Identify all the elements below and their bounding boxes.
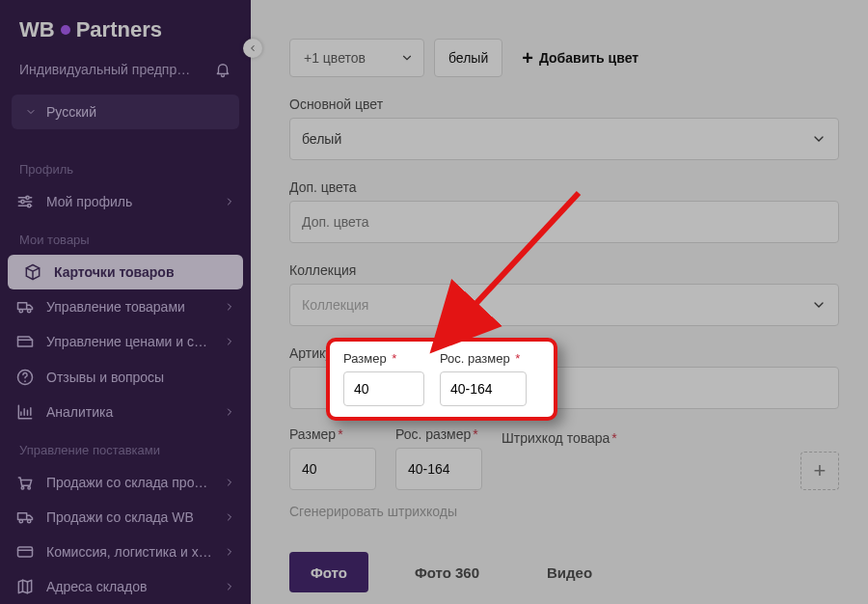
sliders-icon [15, 192, 35, 211]
ros-size-input[interactable] [395, 448, 482, 490]
tab-photo360[interactable]: Фото 360 [393, 552, 501, 592]
plus-icon: + [522, 47, 533, 69]
ros-size-field[interactable] [408, 449, 470, 489]
truck-icon [15, 297, 35, 316]
color-chip-label: белый [448, 50, 488, 66]
sidebar-collapse-button[interactable] [243, 39, 262, 58]
colors-dropdown[interactable]: +1 цветов [289, 39, 424, 77]
nav-commission[interactable]: Комиссия, логистика и хранение [0, 535, 251, 569]
svg-rect-11 [18, 547, 33, 557]
language-label: Русский [46, 104, 96, 120]
add-barcode-button[interactable]: + [800, 452, 839, 490]
logo-rest: Partners [76, 17, 162, 42]
extra-colors-field[interactable] [302, 202, 827, 242]
section-goods: Мои товары [0, 219, 251, 255]
nav-seller-wh[interactable]: Продажи со склада продавца [0, 465, 251, 500]
tab-video[interactable]: Видео [526, 552, 613, 592]
collection-label: Коллекция [289, 262, 839, 278]
nav-label: Адреса складов [46, 579, 212, 594]
color-chip[interactable]: белый [434, 39, 502, 77]
logo-wb: WB [19, 17, 55, 42]
hl-size-label: Размер * [343, 351, 424, 366]
nav-manage-goods[interactable]: Управление товарами [0, 289, 251, 324]
media-tabs: Фото Фото 360 Видео [289, 552, 839, 592]
section-profile: Профиль [0, 149, 251, 184]
svg-point-1 [21, 201, 24, 204]
logo-dot-icon [61, 25, 70, 35]
nav-addresses[interactable]: Адреса складов [0, 569, 251, 604]
section-supply: Управление поставками [0, 429, 251, 465]
ros-size-label: Рос. размер* [395, 426, 482, 442]
nav-my-profile[interactable]: Мой профиль [0, 184, 251, 219]
add-color-label: Добавить цвет [539, 50, 638, 66]
highlight-size-box: Размер * 40 Рос. размер * 40-164 [326, 338, 557, 421]
logo: WB Partners [0, 0, 251, 52]
nav-label: Управление товарами [46, 299, 212, 315]
extra-colors-input[interactable] [289, 201, 839, 243]
nav-analytics[interactable]: Аналитика [0, 395, 251, 429]
chevron-right-icon [224, 511, 235, 523]
hl-ros-size-value[interactable]: 40-164 [440, 371, 527, 406]
price-tag-icon [15, 332, 35, 351]
org-name: Индивидуальный предпр… [19, 62, 190, 77]
chevron-right-icon [224, 581, 235, 592]
barcode-label: Штрихкод товара* [502, 430, 839, 446]
chevron-right-icon [224, 546, 235, 558]
svg-point-4 [28, 310, 31, 313]
size-row: Размер* Рос. размер* Штрихкод товара* + [289, 426, 839, 490]
nav-prices[interactable]: Управление ценами и скидками [0, 324, 251, 359]
hl-ros-size-label: Рос. размер * [440, 351, 527, 366]
svg-point-8 [28, 486, 31, 489]
size-input[interactable] [289, 448, 376, 490]
size-label: Размер* [289, 426, 376, 442]
nav-label: Карточки товаров [54, 264, 228, 280]
main-color-label: Основной цвет [289, 96, 839, 112]
nav-label: Продажи со склада продавца [46, 475, 212, 490]
svg-point-6 [24, 380, 26, 382]
cart-icon [15, 473, 35, 492]
chevron-down-icon [25, 106, 37, 118]
delivery-icon [15, 508, 35, 527]
nav-label: Мой профиль [46, 194, 212, 209]
svg-point-3 [19, 310, 22, 313]
tab-photo[interactable]: Фото [289, 552, 368, 592]
chevron-right-icon [224, 477, 235, 488]
nav-label: Управление ценами и скидками [46, 334, 212, 349]
add-color-button[interactable]: + Добавить цвет [512, 47, 648, 69]
chevron-down-icon [400, 51, 414, 65]
nav-label: Аналитика [46, 404, 212, 420]
map-icon [15, 577, 35, 596]
question-icon [15, 368, 35, 387]
box-icon [23, 262, 42, 282]
color-row: +1 цветов белый + Добавить цвет [289, 39, 839, 77]
svg-point-10 [28, 519, 31, 522]
org-row[interactable]: Индивидуальный предпр… [0, 52, 251, 87]
chevron-right-icon [224, 336, 235, 347]
collection-select[interactable]: Коллекция [289, 284, 839, 326]
collection-placeholder: Коллекция [302, 297, 368, 313]
bell-icon[interactable] [214, 61, 231, 78]
nav-reviews[interactable]: Отзывы и вопросы [0, 359, 251, 394]
colors-dropdown-label: +1 цветов [304, 50, 366, 66]
language-selector[interactable]: Русский [12, 95, 239, 129]
svg-point-2 [28, 205, 31, 207]
hl-size-value[interactable]: 40 [343, 371, 424, 406]
chevron-right-icon [224, 196, 235, 207]
generate-barcodes-link[interactable]: Сгенерировать штрихкоды [289, 504, 839, 519]
sidebar: WB Partners Индивидуальный предпр… Русск… [0, 0, 251, 604]
svg-point-9 [19, 519, 22, 522]
nav-label: Продажи со склада WB [46, 509, 212, 525]
nav-wb-wh[interactable]: Продажи со склада WB [0, 500, 251, 535]
size-field[interactable] [302, 449, 364, 489]
main-color-value: белый [302, 131, 341, 147]
chevron-down-icon [811, 297, 827, 313]
wallet-icon [15, 542, 35, 562]
chevron-right-icon [224, 301, 235, 313]
chevron-down-icon [811, 131, 827, 147]
main-color-select[interactable]: белый [289, 118, 839, 160]
main-form: +1 цветов белый + Добавить цвет Основной… [251, 0, 868, 604]
extra-colors-label: Доп. цвета [289, 179, 839, 195]
nav-label: Отзывы и вопросы [46, 370, 235, 385]
chevron-right-icon [224, 406, 235, 418]
nav-cards[interactable]: Карточки товаров [8, 255, 243, 289]
